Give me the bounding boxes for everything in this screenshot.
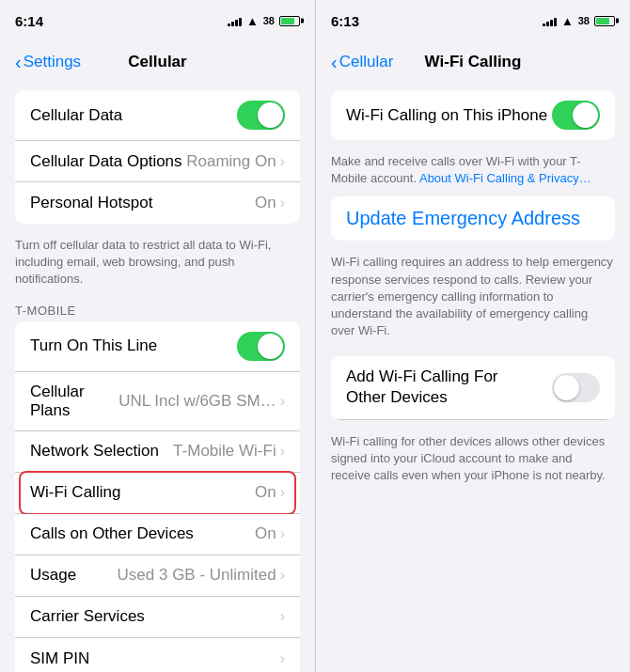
page-title-left: Cellular (128, 53, 186, 71)
back-button-right[interactable]: ‹ Cellular (331, 53, 393, 71)
battery-badge-right: 38 (578, 15, 590, 26)
battery-icon-right (594, 16, 615, 26)
wifi-calling-iphone-toggle[interactable] (552, 101, 600, 130)
usage-row[interactable]: Usage Used 3 GB - Unlimited › (15, 555, 300, 597)
nav-bar-right: ‹ Cellular Wi-Fi Calling (316, 41, 630, 83)
usage-label: Usage (30, 566, 118, 585)
cellular-data-label: Cellular Data (30, 106, 237, 125)
wifi-calling-description: Make and receive calls over Wi-Fi with y… (316, 148, 630, 196)
wifi-icon: ▲ (246, 14, 259, 28)
network-selection-row[interactable]: Network Selection T-Mobile Wi-Fi › (15, 431, 300, 473)
battery-icon-left (279, 16, 300, 26)
cellular-info-text: Turn off cellular data to restrict all d… (0, 231, 315, 296)
cellular-data-row[interactable]: Cellular Data (15, 90, 300, 141)
add-wifi-calling-row[interactable]: Add Wi-Fi Calling ForOther Devices (331, 356, 615, 419)
content-right: Wi-Fi Calling on This iPhone Make and re… (316, 83, 630, 672)
chevron-icon: › (280, 608, 285, 625)
chevron-icon: › (280, 195, 285, 211)
wifi-calling-iphone-label: Wi-Fi Calling on This iPhone (346, 106, 552, 125)
back-label-left: Settings (24, 53, 81, 71)
cellular-plans-label: Cellular Plans (30, 383, 118, 420)
emergency-address-card: Update Emergency Address (331, 196, 615, 241)
wifi-calling-value: On (255, 483, 276, 502)
wifi-icon-right: ▲ (561, 14, 574, 28)
add-wifi-calling-card: Add Wi-Fi Calling ForOther Devices (331, 356, 615, 419)
chevron-icon: › (280, 484, 285, 501)
time-left: 6:14 (15, 13, 43, 29)
calls-other-devices-value: On (255, 524, 276, 543)
usage-value: Used 3 GB - Unlimited (118, 566, 276, 585)
signal-icon-right (543, 15, 557, 26)
turn-on-line-toggle[interactable] (237, 332, 285, 361)
add-wifi-calling-label: Add Wi-Fi Calling ForOther Devices (346, 367, 552, 408)
status-icons-left: ▲ 38 (228, 14, 300, 28)
cellular-plans-value: UNL Incl w/6GB SM… (118, 392, 276, 411)
cellular-data-options-label: Cellular Data Options (30, 152, 186, 171)
wifi-calling-iphone-row[interactable]: Wi-Fi Calling on This iPhone (331, 90, 615, 140)
status-bar-right: 6:13 ▲ 38 (316, 0, 630, 41)
cellular-data-options-value: Roaming On (186, 152, 276, 171)
network-selection-label: Network Selection (30, 442, 173, 461)
network-selection-value: T-Mobile Wi-Fi (173, 442, 276, 461)
cellular-card: Cellular Data Cellular Data Options Roam… (15, 90, 300, 224)
chevron-icon: › (280, 443, 285, 460)
battery-badge: 38 (263, 15, 275, 26)
back-arrow-right: ‹ (331, 53, 338, 71)
chevron-icon: › (280, 525, 285, 542)
time-right: 6:13 (331, 13, 359, 29)
back-button-left[interactable]: ‹ Settings (15, 53, 81, 71)
turn-on-line-row[interactable]: Turn On This Line (15, 321, 300, 372)
wifi-calling-privacy-link[interactable]: About Wi-Fi Calling & Privacy… (419, 171, 591, 185)
signal-icon (228, 15, 242, 26)
cellular-data-options-row[interactable]: Cellular Data Options Roaming On › (15, 141, 300, 182)
tmobile-card: Turn On This Line Cellular Plans UNL Inc… (15, 321, 300, 672)
emergency-address-description: Wi-Fi calling requires an address to hel… (316, 248, 630, 349)
personal-hotspot-value: On (255, 194, 276, 212)
carrier-services-label: Carrier Services (30, 607, 280, 626)
update-emergency-row[interactable]: Update Emergency Address (331, 196, 615, 241)
add-wifi-calling-toggle[interactable] (552, 373, 600, 402)
chevron-icon: › (280, 393, 285, 410)
status-icons-right: ▲ 38 (543, 14, 615, 28)
carrier-services-row[interactable]: Carrier Services › (15, 597, 300, 638)
cellular-data-toggle[interactable] (237, 101, 285, 130)
left-screen: 6:14 ▲ 38 ‹ Settings Cellular (0, 0, 315, 672)
personal-hotspot-row[interactable]: Personal Hotspot On › (15, 182, 300, 224)
sim-pin-row[interactable]: SIM PIN › (15, 638, 300, 672)
back-arrow-left: ‹ (15, 53, 22, 71)
calls-other-devices-row[interactable]: Calls on Other Devices On › (15, 514, 300, 555)
page-title-right: Wi-Fi Calling (425, 53, 522, 71)
turn-on-line-label: Turn On This Line (30, 336, 237, 355)
wifi-calling-label: Wi-Fi Calling (30, 483, 255, 502)
content-left: Cellular Data Cellular Data Options Roam… (0, 83, 315, 672)
right-screen: 6:13 ▲ 38 ‹ Cellular Wi-Fi Calling (315, 0, 630, 672)
wifi-calling-main-card: Wi-Fi Calling on This iPhone (331, 90, 615, 140)
status-bar-left: 6:14 ▲ 38 (0, 0, 315, 41)
chevron-icon: › (280, 650, 285, 667)
add-wifi-calling-description: Wi-Fi calling for other devices allows o… (316, 428, 630, 494)
wifi-calling-row[interactable]: Wi-Fi Calling On › (15, 473, 300, 514)
back-label-right: Cellular (339, 53, 394, 71)
sim-pin-label: SIM PIN (30, 649, 280, 668)
update-emergency-label: Update Emergency Address (346, 208, 600, 229)
cellular-plans-row[interactable]: Cellular Plans UNL Incl w/6GB SM… › (15, 372, 300, 431)
nav-bar-left: ‹ Settings Cellular (0, 41, 315, 83)
tmobile-section-label: T-MOBILE (0, 296, 315, 321)
chevron-icon: › (280, 567, 285, 584)
personal-hotspot-label: Personal Hotspot (30, 194, 255, 212)
calls-other-devices-label: Calls on Other Devices (30, 524, 255, 543)
chevron-icon: › (280, 153, 285, 170)
